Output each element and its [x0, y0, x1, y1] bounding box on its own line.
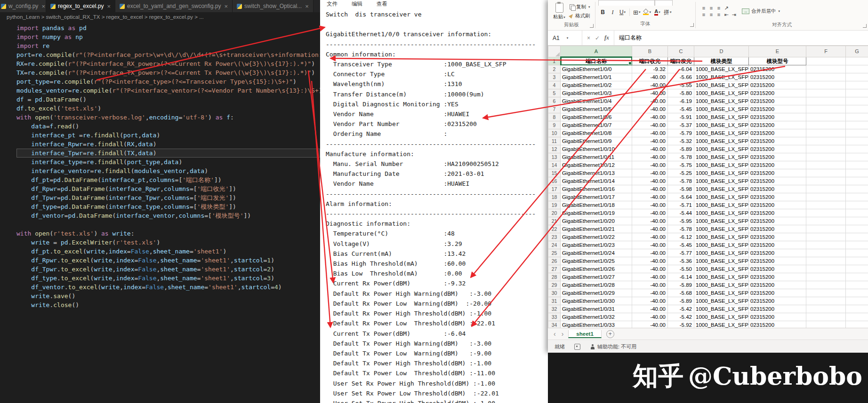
- name-box[interactable]: A1▾: [548, 31, 582, 45]
- cell[interactable]: [806, 185, 846, 193]
- align-top-button[interactable]: ≡: [700, 5, 707, 11]
- cell-module-model[interactable]: 02315200: [749, 161, 806, 169]
- cell[interactable]: [806, 153, 846, 161]
- column-header-C[interactable]: C: [668, 46, 694, 57]
- cell-port-name[interactable]: GigabitEthernet1/0/0: [561, 65, 632, 73]
- cell-port-name[interactable]: GigabitEthernet1/0/19: [561, 209, 632, 217]
- cell[interactable]: [806, 297, 846, 305]
- row-header-22[interactable]: 22: [548, 225, 561, 233]
- cell-tx-power[interactable]: -5.78: [668, 153, 694, 161]
- text-orientation-button[interactable]: ↗: [723, 5, 730, 11]
- cell-port-name[interactable]: GigabitEthernet1/0/23: [561, 241, 632, 249]
- cell-tx-power[interactable]: -5.80: [668, 89, 694, 97]
- cell-rx-power[interactable]: -40.00: [632, 321, 668, 328]
- cell[interactable]: [846, 113, 868, 121]
- cell-module-type[interactable]: 1000_BASE_LX_SFP: [694, 105, 749, 113]
- cell-module-type[interactable]: 1000_BASE_LX_SFP: [694, 281, 749, 289]
- header-cell[interactable]: 端口发光: [668, 57, 694, 65]
- row-header-11[interactable]: 11: [548, 137, 561, 145]
- column-header-E[interactable]: E: [749, 46, 806, 57]
- cell[interactable]: [806, 217, 846, 225]
- select-all-corner[interactable]: [548, 46, 561, 57]
- cell-rx-power[interactable]: -40.00: [632, 289, 668, 297]
- cell[interactable]: [806, 97, 846, 105]
- cell-port-name[interactable]: GigabitEthernet1/0/17: [561, 193, 632, 201]
- log-content[interactable]: Switch dis transceiver ve GigabitEtherne…: [320, 8, 548, 403]
- cell-port-name[interactable]: GigabitEthernet1/0/9: [561, 137, 632, 145]
- header-cell[interactable]: 模块型号: [749, 57, 806, 65]
- cell[interactable]: [806, 81, 846, 89]
- cell-module-type[interactable]: 1000_BASE_LX_SFP: [694, 97, 749, 105]
- align-center-button[interactable]: ≡: [708, 12, 715, 17]
- cell-module-model[interactable]: 02315200: [749, 305, 806, 313]
- cell-module-model[interactable]: 02315200: [749, 81, 806, 89]
- cell[interactable]: [846, 129, 868, 137]
- cell-tx-power[interactable]: -5.64: [668, 193, 694, 201]
- macro-record-icon[interactable]: [574, 344, 580, 350]
- cell-tx-power[interactable]: -6.19: [668, 97, 694, 105]
- cell-rx-power[interactable]: -40.00: [632, 129, 668, 137]
- cell-rx-power[interactable]: -9.32: [632, 65, 668, 73]
- row-header-3[interactable]: 3: [548, 73, 561, 81]
- row-header-2[interactable]: 2: [548, 65, 561, 73]
- cell-tx-power[interactable]: -6.12: [668, 233, 694, 241]
- status-accessibility[interactable]: 辅助功能: 不可用: [590, 343, 636, 350]
- add-sheet-button[interactable]: +: [606, 330, 614, 338]
- editor-tab[interactable]: w_config.py×: [0, 0, 46, 12]
- cell-port-name[interactable]: GigabitEthernet1/0/24: [561, 249, 632, 257]
- cell[interactable]: [846, 137, 868, 145]
- cell-module-model[interactable]: 02315200: [749, 129, 806, 137]
- cell[interactable]: [846, 121, 868, 129]
- cell-module-type[interactable]: 1000_BASE_LX_SFP: [694, 161, 749, 169]
- row-header-1[interactable]: 1: [548, 57, 561, 65]
- cell-tx-power[interactable]: -6.04: [668, 65, 694, 73]
- cell-module-type[interactable]: 1000_BASE_LX_SFP: [694, 297, 749, 305]
- cell-tx-power[interactable]: -5.89: [668, 145, 694, 153]
- column-header-B[interactable]: B: [632, 46, 668, 57]
- cell-rx-power[interactable]: -40.00: [632, 297, 668, 305]
- cell[interactable]: [846, 65, 868, 73]
- cell-rx-power[interactable]: -40.00: [632, 81, 668, 89]
- cell-module-type[interactable]: 1000_BASE_LX_SFP: [694, 209, 749, 217]
- cell-port-name[interactable]: GigabitEthernet1/0/22: [561, 233, 632, 241]
- cell-port-name[interactable]: GigabitEthernet1/0/29: [561, 289, 632, 297]
- sheet-nav-left-icon[interactable]: ‹: [551, 330, 559, 338]
- row-header-24[interactable]: 24: [548, 241, 561, 249]
- cell-module-type[interactable]: 1000_BASE_LX_SFP: [694, 289, 749, 297]
- row-header-17[interactable]: 17: [548, 185, 561, 193]
- font-size-combo[interactable]: [655, 0, 673, 6]
- cell[interactable]: [846, 169, 868, 177]
- row-header-14[interactable]: 14: [548, 161, 561, 169]
- cell-port-name[interactable]: GigabitEthernet1/0/14: [561, 177, 632, 185]
- dialog-launcher-icon[interactable]: [590, 24, 594, 28]
- row-header-25[interactable]: 25: [548, 249, 561, 257]
- cell-module-type[interactable]: 1000_BASE_LX_SFP: [694, 225, 749, 233]
- cell-module-type[interactable]: 1000_BASE_LX_SFP: [694, 113, 749, 121]
- row-header-19[interactable]: 19: [548, 201, 561, 209]
- row-header-21[interactable]: 21: [548, 217, 561, 225]
- tab-close-icon[interactable]: ×: [41, 3, 45, 10]
- cell-module-type[interactable]: 1000_BASE_LX_SFP: [694, 129, 749, 137]
- cell-module-model[interactable]: 02315200: [749, 201, 806, 209]
- cell-module-type[interactable]: 1000_BASE_LX_SFP: [694, 153, 749, 161]
- cell-rx-power[interactable]: -40.00: [632, 265, 668, 273]
- cell-rx-power[interactable]: -40.00: [632, 169, 668, 177]
- tab-close-icon[interactable]: ×: [224, 3, 228, 10]
- insert-function-icon[interactable]: fx: [604, 34, 609, 41]
- dialog-launcher-icon[interactable]: [863, 24, 867, 28]
- cell[interactable]: [806, 289, 846, 297]
- cell-module-model[interactable]: 02315200: [749, 225, 806, 233]
- cell-module-model[interactable]: 02315200: [749, 185, 806, 193]
- cell[interactable]: [846, 281, 868, 289]
- cell-module-type[interactable]: 1000_BASE_LX_SFP: [694, 81, 749, 89]
- cell-tx-power[interactable]: -5.32: [668, 137, 694, 145]
- cell-tx-power[interactable]: -5.91: [668, 113, 694, 121]
- cell-tx-power[interactable]: -5.42: [668, 305, 694, 313]
- cell-port-name[interactable]: GigabitEthernet1/0/11: [561, 153, 632, 161]
- cell-module-model[interactable]: 02315200: [749, 177, 806, 185]
- editor-tab[interactable]: regex_to_excel.py×: [46, 0, 115, 12]
- cell-port-name[interactable]: GigabitEthernet1/0/5: [561, 105, 632, 113]
- editor-tab[interactable]: excel_to_yaml_and_gen_swconfig.py×: [115, 0, 233, 12]
- cell-port-name[interactable]: GigabitEthernet1/0/10: [561, 145, 632, 153]
- cell-module-model[interactable]: 02315200: [749, 113, 806, 121]
